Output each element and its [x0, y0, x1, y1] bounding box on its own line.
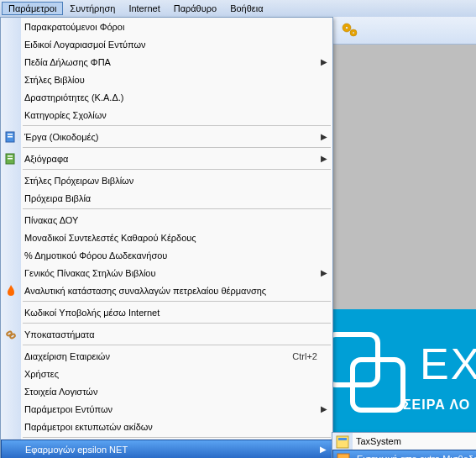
- menu-item[interactable]: Αξιόγραφα▶: [1, 150, 332, 167]
- doc-blue-icon: [4, 130, 18, 144]
- brand-title: EX: [420, 339, 476, 389]
- toolbar: [332, 17, 476, 45]
- submenu-arrow-icon: ▶: [321, 404, 327, 413]
- menu-item[interactable]: Υποκαταστήματα: [1, 325, 332, 343]
- menu-item-label: Παρακρατούμενοι Φόροι: [24, 22, 327, 32]
- submenu-arrow-icon: ▶: [321, 154, 327, 163]
- menu-item-label: Ειδικοί Λογαριασμοί Εντύπων: [24, 39, 327, 50]
- menu-internet[interactable]: Internet: [122, 2, 166, 15]
- svg-rect-10: [8, 155, 13, 157]
- svg-point-3: [353, 32, 354, 34]
- dropdown-parametroi: Παρακρατούμενοι ΦόροιΕιδικοί Λογαριασμοί…: [0, 17, 333, 458]
- svg-rect-15: [338, 438, 347, 440]
- doc-green-icon: [4, 152, 18, 166]
- menu-item-label: Χρήστες: [24, 369, 327, 379]
- menu-item-label: Υποκαταστήματα: [24, 329, 327, 340]
- menu-item-label: Έργα (Οικοδομές): [24, 132, 321, 142]
- menu-item-label: Μοναδικοί Συντελεστές Καθαρού Κέρδους: [24, 233, 327, 243]
- menu-item-label: Κωδικοί Υποβολής μέσω Internet: [24, 308, 327, 318]
- menu-item-label: Αξιόγραφα: [24, 154, 321, 164]
- app-yellow-icon: [336, 435, 349, 449]
- menubar: Παράμετροι Συντήρηση Internet Παράθυρο Β…: [0, 0, 476, 18]
- menu-item-label: Στήλες Πρόχειρων Βιβλίων: [24, 176, 327, 186]
- submenu-arrow-icon: ▶: [321, 132, 327, 141]
- menu-item[interactable]: Πίνακας ΔΟΥ: [1, 211, 332, 229]
- menu-item[interactable]: Κατηγορίες Σχολίων: [1, 106, 332, 124]
- svg-rect-16: [337, 454, 349, 458]
- menu-item[interactable]: Χρήστες: [1, 365, 332, 382]
- svg-point-1: [346, 27, 348, 29]
- menu-item[interactable]: Έργα (Οικοδομές)▶: [1, 128, 332, 145]
- menu-item[interactable]: Πεδία Δήλωσης ΦΠΑ▶: [1, 53, 332, 71]
- svg-rect-8: [8, 136, 13, 138]
- gears-icon[interactable]: [340, 20, 360, 40]
- menu-item-label: Παράμετροι Εντύπων: [24, 404, 321, 414]
- menu-item[interactable]: Διαχείριση ΕταιρειώνCtrl+2: [1, 347, 332, 365]
- submenu-item[interactable]: Εισαγωγή απο extra Μισθοδοσία: [332, 450, 476, 458]
- submenu-item-label: TaxSystem: [356, 436, 472, 446]
- menu-separator: [23, 301, 331, 302]
- menu-separator: [23, 208, 331, 209]
- brand-banner: EX ΣΕΙΡΑ ΛΟ: [332, 309, 476, 435]
- menu-item[interactable]: Ειδικοί Λογαριασμοί Εντύπων: [1, 35, 332, 53]
- content-area: EX ΣΕΙΡΑ ΛΟ: [332, 17, 476, 458]
- menu-item-label: Διαχείριση Εταιρειών: [24, 351, 292, 361]
- submenu-item[interactable]: TaxSystem: [332, 433, 476, 450]
- submenu-item-label: Εισαγωγή απο extra Μισθοδοσία: [357, 454, 476, 458]
- menu-item-label: Πρόχειρα Βιβλία: [24, 193, 327, 203]
- menu-item-label: Στήλες Βιβλίου: [24, 75, 327, 85]
- menu-separator: [23, 169, 331, 170]
- menu-item[interactable]: Δραστηριότητες (Κ.Α.Δ.): [1, 88, 332, 106]
- menu-item-label: Εφαρμογών epsilon NET: [25, 445, 320, 455]
- menu-separator: [23, 125, 331, 126]
- menu-syntirisi[interactable]: Συντήρηση: [63, 2, 122, 15]
- menu-separator: [23, 345, 331, 345]
- menu-item[interactable]: Παράμετροι εκτυπωτών ακίδων: [1, 418, 332, 435]
- app-orange-icon: [337, 453, 350, 458]
- menu-item-label: Πεδία Δήλωσης ΦΠΑ: [24, 57, 321, 67]
- menu-item[interactable]: Παρακρατούμενοι Φόροι: [1, 18, 332, 35]
- submenu-arrow-icon: ▶: [321, 268, 327, 277]
- submenu-epsilon-net: TaxSystemΕισαγωγή απο extra Μισθοδοσία: [332, 432, 476, 458]
- menu-item-label: Γενικός Πίνακας Στηλών Βιβλίου: [24, 268, 321, 278]
- menu-item-label: % Δημοτικού Φόρου Δωδεκανήσου: [24, 250, 327, 261]
- menu-item[interactable]: % Δημοτικού Φόρου Δωδεκανήσου: [1, 246, 332, 264]
- menu-item-label: Αναλυτική κατάστασης συναλλαγών πετρελαί…: [24, 286, 327, 296]
- menu-item-label: Πίνακας ΔΟΥ: [24, 215, 327, 225]
- menu-item[interactable]: Αναλυτική κατάστασης συναλλαγών πετρελαί…: [1, 282, 332, 299]
- menu-parathyro[interactable]: Παράθυρο: [167, 2, 223, 15]
- menu-separator: [23, 323, 331, 324]
- menu-voithia[interactable]: Βοήθεια: [223, 2, 269, 15]
- flame-icon: [4, 284, 18, 297]
- menu-item[interactable]: Κωδικοί Υποβολής μέσω Internet: [1, 303, 332, 321]
- menu-item[interactable]: Εφαρμογών epsilon NET▶: [1, 440, 332, 458]
- menu-item[interactable]: Στοιχεία Λογιστών: [1, 382, 332, 400]
- menu-item-label: Παράμετροι εκτυπωτών ακίδων: [24, 422, 327, 432]
- menu-separator: [23, 437, 331, 438]
- chain-icon: [4, 328, 18, 341]
- svg-rect-11: [8, 158, 13, 160]
- menu-parametroi[interactable]: Παράμετροι: [2, 2, 63, 15]
- submenu-arrow-icon: ▶: [321, 57, 327, 66]
- brand-subtitle: ΣΕΙΡΑ ΛΟ: [403, 397, 470, 413]
- submenu-arrow-icon: ▶: [320, 445, 327, 454]
- menu-item[interactable]: Πρόχειρα Βιβλία: [1, 189, 332, 207]
- menu-item-shortcut: Ctrl+2: [292, 351, 317, 361]
- menu-item[interactable]: Μοναδικοί Συντελεστές Καθαρού Κέρδους: [1, 229, 332, 246]
- menu-item[interactable]: Γενικός Πίνακας Στηλών Βιβλίου▶: [1, 264, 332, 282]
- menu-item-label: Στοιχεία Λογιστών: [24, 387, 327, 397]
- menu-item[interactable]: Παράμετροι Εντύπων▶: [1, 400, 332, 418]
- menu-item-label: Δραστηριότητες (Κ.Α.Δ.): [24, 92, 327, 103]
- menu-item-label: Κατηγορίες Σχολίων: [24, 110, 327, 120]
- menu-item[interactable]: Στήλες Βιβλίου: [1, 71, 332, 88]
- svg-rect-7: [8, 134, 13, 135]
- menu-separator: [23, 147, 331, 148]
- menu-item[interactable]: Στήλες Πρόχειρων Βιβλίων: [1, 171, 332, 189]
